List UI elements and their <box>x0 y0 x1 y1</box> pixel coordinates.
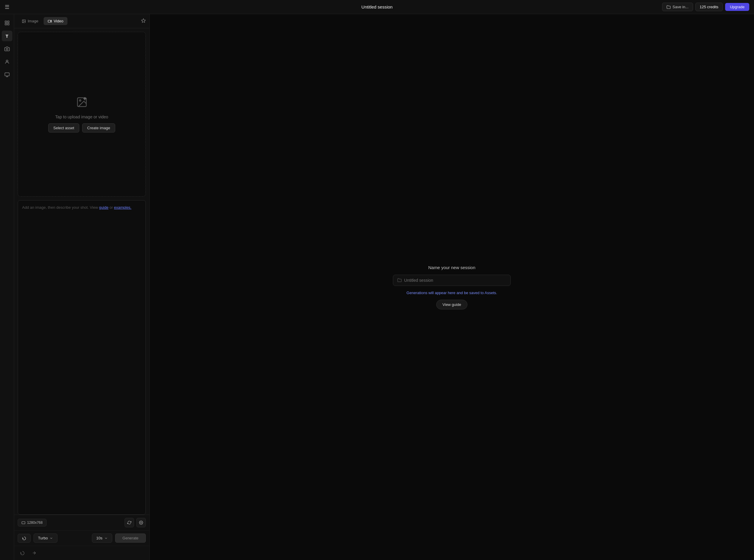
resolution-label: 1280x768 <box>27 521 43 525</box>
undo-action-icon[interactable] <box>18 548 27 558</box>
svg-rect-1 <box>7 21 9 22</box>
upload-buttons: Select asset Create image <box>48 123 115 133</box>
svg-rect-9 <box>48 20 51 22</box>
prompt-or: or <box>108 205 114 209</box>
bottom-icons <box>124 518 146 527</box>
bottom-bar: 1280x768 <box>14 515 149 530</box>
svg-point-4 <box>6 48 8 50</box>
settings-icon-button[interactable] <box>136 518 146 527</box>
time-select[interactable]: 10s <box>92 534 112 543</box>
rail-object-icon[interactable] <box>2 69 12 80</box>
undo-redo-bar <box>14 545 149 560</box>
svg-point-13 <box>140 522 142 523</box>
header-center: Untitled session <box>361 4 393 9</box>
session-input-wrap <box>393 275 511 286</box>
svg-point-11 <box>79 100 81 101</box>
rail-grid-icon[interactable] <box>2 18 12 28</box>
header-left: ☰ <box>5 4 9 10</box>
left-panel: Image Video <box>14 14 150 560</box>
rail-camera-icon[interactable] <box>2 44 12 54</box>
undo-icon <box>22 536 26 540</box>
session-info: Generations will appear here and be save… <box>406 291 497 295</box>
app-body: T <box>0 0 754 560</box>
view-guide-button[interactable]: View guide <box>436 300 467 309</box>
tab-video[interactable]: Video <box>44 17 67 25</box>
svg-rect-3 <box>7 23 9 25</box>
guide-link[interactable]: guide <box>99 205 108 209</box>
session-form: Name your new session Generations will a… <box>393 265 511 309</box>
upload-area[interactable]: Tap to upload image or video Select asse… <box>18 32 146 197</box>
rail-person-icon[interactable] <box>2 57 12 67</box>
resolution-badge[interactable]: 1280x768 <box>18 519 46 526</box>
upload-icon <box>76 96 88 111</box>
image-tab-label: Image <box>28 19 38 23</box>
turbo-select[interactable]: Turbo <box>34 534 57 543</box>
tab-image[interactable]: Image <box>18 17 42 25</box>
header-right: Save in... 125 credits Upgrade <box>662 3 749 11</box>
icon-rail: T <box>0 14 14 560</box>
time-label: 10s <box>96 536 102 540</box>
session-form-title: Name your new session <box>428 265 475 270</box>
generate-button[interactable]: Generate <box>115 534 146 543</box>
turbo-chevron-icon <box>49 537 53 540</box>
prompt-area[interactable]: Add an image, then describe your shot. V… <box>18 200 146 515</box>
svg-rect-12 <box>22 521 25 524</box>
session-folder-icon <box>397 278 402 282</box>
forward-action-icon[interactable] <box>29 548 39 558</box>
svg-point-5 <box>6 60 8 62</box>
undo-button[interactable] <box>18 534 31 543</box>
save-label: Save in... <box>672 5 688 9</box>
create-image-button[interactable]: Create image <box>82 123 115 133</box>
folder-icon <box>667 5 671 9</box>
svg-rect-2 <box>5 23 6 25</box>
save-button[interactable]: Save in... <box>662 3 693 11</box>
menu-icon[interactable]: ☰ <box>5 4 9 10</box>
generate-bar: Turbo 10s Generate <box>14 530 149 545</box>
resolution-icon <box>21 521 25 525</box>
turbo-label: Turbo <box>38 536 48 540</box>
video-tab-label: Video <box>54 19 63 23</box>
upload-text: Tap to upload image or video <box>55 115 108 119</box>
select-asset-button[interactable]: Select asset <box>48 123 79 133</box>
prompt-text: Add an image, then describe your shot. V… <box>22 205 99 209</box>
magic-icon[interactable] <box>141 18 146 24</box>
tab-bar: Image Video <box>14 14 149 28</box>
main-area: Name your new session Generations will a… <box>150 14 754 560</box>
upgrade-button[interactable]: Upgrade <box>725 3 749 11</box>
session-info-text: Generations will appear here and be save… <box>406 291 484 295</box>
svg-point-8 <box>23 20 24 21</box>
svg-rect-0 <box>5 21 6 22</box>
refresh-icon-button[interactable] <box>124 518 134 527</box>
credits-label: 125 credits <box>700 5 719 9</box>
video-tab-icon <box>48 19 52 23</box>
rail-text-icon[interactable]: T <box>2 31 12 41</box>
top-header: ☰ Untitled session Save in... 125 credit… <box>0 0 754 14</box>
examples-link[interactable]: examples. <box>114 205 131 209</box>
session-title: Untitled session <box>361 4 393 9</box>
assets-link[interactable]: Assets. <box>484 291 497 295</box>
svg-rect-6 <box>5 73 9 76</box>
time-chevron-icon <box>104 537 108 540</box>
image-tab-icon <box>22 19 26 23</box>
credits-badge: 125 credits <box>695 3 723 11</box>
session-name-input[interactable] <box>404 278 506 283</box>
